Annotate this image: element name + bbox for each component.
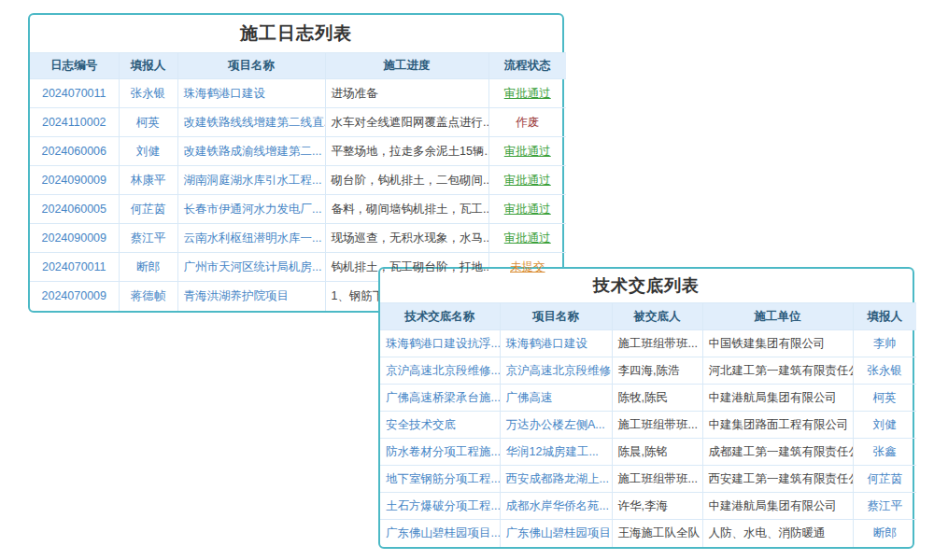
- table-row: 防水卷材分项工程施...华润12城房建工...陈晨,陈铭成都建工第一建筑有限责任…: [380, 439, 916, 466]
- column-header: 填报人: [853, 303, 916, 330]
- disclosure-unit-text: 成都建工第一建筑有限责任公司: [709, 445, 854, 458]
- disclosure-project-link[interactable]: 西安成都路龙湖上...: [506, 472, 609, 485]
- log-id-link[interactable]: 2024060005: [41, 203, 106, 216]
- log-status-link[interactable]: 未提交: [510, 260, 545, 273]
- disclosure-recipients-text: 施工班组带班...: [618, 472, 698, 485]
- log-progress-text: 现场巡查，无积水现象，水马...: [332, 231, 489, 245]
- disclosure-recipients-text: 王海施工队全队: [618, 526, 700, 539]
- disclosure-unit-text: 西安建工第一建筑有限责任公司: [709, 472, 854, 485]
- table-row: 广东佛山碧桂园项目...广东佛山碧桂园项目王海施工队全队人防、水电、消防暖通断郎: [380, 520, 916, 547]
- disclosure-unit-text: 中建港航局集团有限公司: [709, 499, 838, 512]
- disclosure-name-link[interactable]: 地下室钢筋分项工程...: [386, 472, 500, 485]
- disclosure-name-link[interactable]: 广佛高速桥梁承台施...: [386, 391, 500, 404]
- disclosure-recipients-text: 施工班组带班...: [618, 337, 698, 350]
- table-row: 土石方爆破分项工程...成都水岸华侨名苑...许华,李海中建港航局集团有限公司蔡…: [380, 493, 916, 520]
- log-progress-text: 钩机排土，瓦工砌台阶，打地...: [332, 260, 489, 273]
- table-row: 2024060006刘健改建铁路成渝线增建第二...平整场地，拉走多余泥土15辆…: [30, 137, 566, 166]
- construction-log-title: 施工日志列表: [30, 15, 562, 52]
- construction-log-table: 日志编号填报人项目名称施工进度流程状态 2024070011张永银珠海鹤港口建设…: [30, 52, 566, 311]
- log-status-link[interactable]: 审批通过: [504, 145, 551, 158]
- log-status-link: 作废: [516, 116, 539, 129]
- disclosure-reporter-link[interactable]: 李帅: [873, 337, 897, 350]
- disclosure-unit-text: 河北建工第一建筑有限责任公司: [709, 364, 854, 377]
- disclosure-reporter-link[interactable]: 何芷茵: [868, 472, 903, 485]
- disclosure-unit-text: 中建港航局集团有限公司: [709, 391, 838, 404]
- log-project-link[interactable]: 长春市伊通河水力发电厂...: [184, 203, 322, 216]
- disclosure-project-link[interactable]: 华润12城房建工...: [506, 445, 599, 458]
- log-project-link[interactable]: 湖南洞庭湖水库引水工程...: [184, 174, 322, 187]
- disclosure-reporter-link[interactable]: 张鑫: [873, 445, 897, 458]
- column-header: 流程状态: [488, 53, 566, 79]
- column-header: 施工单位: [702, 303, 853, 330]
- disclosure-reporter-link[interactable]: 断郎: [873, 526, 897, 539]
- column-header: 填报人: [119, 53, 177, 79]
- log-reporter-link[interactable]: 蒋德帧: [131, 289, 166, 302]
- log-reporter-link[interactable]: 刘健: [136, 145, 160, 158]
- disclosure-header-row: 技术交底名称项目名称被交底人施工单位填报人: [380, 303, 916, 330]
- log-id-link[interactable]: 2024060006: [41, 145, 106, 158]
- disclosure-recipients-text: 陈牧,陈民: [618, 391, 668, 404]
- disclosure-reporter-link[interactable]: 蔡江平: [868, 499, 903, 512]
- log-id-link[interactable]: 2024070011: [42, 260, 106, 273]
- tech-disclosure-title: 技术交底列表: [380, 269, 913, 302]
- disclosure-reporter-link[interactable]: 刘健: [873, 418, 897, 431]
- construction-log-panel: 施工日志列表 日志编号填报人项目名称施工进度流程状态 2024070011张永银…: [28, 13, 564, 313]
- log-status-link[interactable]: 审批通过: [504, 203, 551, 216]
- column-header: 项目名称: [500, 303, 612, 330]
- disclosure-project-link[interactable]: 成都水岸华侨名苑...: [506, 499, 609, 512]
- column-header: 日志编号: [30, 53, 119, 79]
- log-status-link[interactable]: 审批通过: [504, 87, 551, 100]
- disclosure-project-link[interactable]: 万达办公楼左侧A...: [506, 418, 605, 431]
- log-reporter-link[interactable]: 张永银: [131, 87, 166, 100]
- table-row: 2024090009蔡江平云南水利枢纽潜明水库一...现场巡查，无积水现象，水马…: [30, 224, 566, 253]
- log-status-link[interactable]: 审批通过: [504, 174, 551, 187]
- disclosure-recipients-text: 陈晨,陈铭: [618, 445, 668, 458]
- table-row: 京沪高速北京段维修...京沪高速北京段维修李四海,陈浩河北建工第一建筑有限责任公…: [380, 357, 916, 385]
- log-reporter-link[interactable]: 蔡江平: [131, 231, 166, 245]
- log-reporter-link[interactable]: 何芷茵: [131, 203, 166, 216]
- disclosure-reporter-link[interactable]: 张永银: [868, 364, 903, 377]
- disclosure-name-link[interactable]: 京沪高速北京段维修...: [386, 364, 500, 377]
- table-row: 2024060005何芷茵长春市伊通河水力发电厂...备料，砌间墙钩机排土，瓦工…: [30, 195, 566, 224]
- log-reporter-link[interactable]: 林康平: [131, 174, 166, 187]
- tech-disclosure-panel: 技术交底列表 技术交底名称项目名称被交底人施工单位填报人 珠海鹤港口建设抗浮..…: [378, 267, 914, 549]
- log-project-link[interactable]: 云南水利枢纽潜明水库一...: [184, 231, 322, 245]
- disclosure-name-link[interactable]: 安全技术交底: [386, 418, 456, 431]
- log-project-link[interactable]: 改建铁路成渝线增建第二...: [184, 145, 322, 158]
- log-project-link[interactable]: 改建铁路线线增建第二线直...: [184, 116, 326, 129]
- log-id-link[interactable]: 2024070011: [42, 87, 106, 100]
- disclosure-table-body: 珠海鹤港口建设抗浮...珠海鹤港口建设施工班组带班...中国铁建集团有限公司李帅…: [380, 330, 916, 547]
- log-project-link[interactable]: 广州市天河区统计局机房...: [184, 260, 322, 273]
- log-progress-text: 平整场地，拉走多余泥土15辆...: [332, 145, 489, 158]
- disclosure-reporter-link[interactable]: 柯英: [873, 391, 897, 404]
- disclosure-project-link[interactable]: 广佛高速: [506, 391, 553, 404]
- disclosure-project-link[interactable]: 广东佛山碧桂园项目: [506, 526, 612, 539]
- column-header: 项目名称: [177, 53, 325, 79]
- disclosure-unit-text: 人防、水电、消防暖通: [709, 526, 826, 539]
- disclosure-name-link[interactable]: 土石方爆破分项工程...: [386, 499, 500, 512]
- log-id-link[interactable]: 2024070009: [41, 289, 106, 302]
- log-progress-text: 砌台阶，钩机排土，二包砌间...: [332, 174, 489, 187]
- disclosure-project-link[interactable]: 京沪高速北京段维修: [506, 364, 612, 377]
- log-reporter-link[interactable]: 断郎: [136, 260, 160, 273]
- disclosure-name-link[interactable]: 防水卷材分项工程施...: [386, 445, 500, 458]
- disclosure-name-link[interactable]: 珠海鹤港口建设抗浮...: [386, 337, 500, 350]
- tech-disclosure-table: 技术交底名称项目名称被交底人施工单位填报人 珠海鹤港口建设抗浮...珠海鹤港口建…: [380, 302, 916, 547]
- log-id-link[interactable]: 2024090009: [41, 231, 106, 245]
- log-id-link[interactable]: 2024090009: [41, 174, 106, 187]
- disclosure-recipients-text: 许华,李海: [618, 499, 668, 512]
- disclosure-name-link[interactable]: 广东佛山碧桂园项目...: [386, 526, 500, 539]
- table-row: 2024070011张永银珠海鹤港口建设进场准备审批通过: [30, 79, 566, 108]
- column-header: 被交底人: [612, 303, 702, 330]
- log-reporter-link[interactable]: 柯英: [136, 116, 160, 129]
- log-id-link[interactable]: 2024110002: [42, 116, 106, 129]
- disclosure-project-link[interactable]: 珠海鹤港口建设: [506, 337, 588, 350]
- log-status-link[interactable]: 审批通过: [504, 231, 551, 245]
- log-project-link[interactable]: 青海洪湖养护院项目: [184, 289, 290, 302]
- log-project-link[interactable]: 珠海鹤港口建设: [184, 87, 266, 100]
- log-progress-text: 备料，砌间墙钩机排土，瓦工...: [332, 203, 489, 216]
- log-progress-text: 进场准备: [332, 87, 378, 100]
- disclosure-unit-text: 中建集团路面工程有限公司: [709, 418, 849, 431]
- table-row: 广佛高速桥梁承台施...广佛高速陈牧,陈民中建港航局集团有限公司柯英: [380, 385, 916, 412]
- column-header: 施工进度: [325, 53, 488, 79]
